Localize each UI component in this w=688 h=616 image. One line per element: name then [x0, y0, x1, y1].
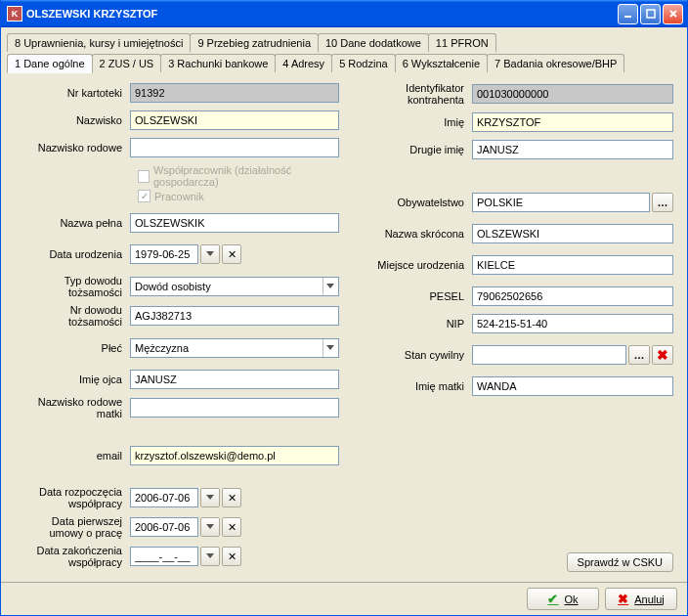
- minimize-button[interactable]: [618, 4, 638, 24]
- data-zakonczenia-picker[interactable]: [200, 547, 220, 566]
- tab-9[interactable]: 9 Przebieg zatrudnienia: [190, 33, 319, 52]
- plec-select[interactable]: Mężczyzna: [130, 338, 339, 358]
- tab-5[interactable]: 5 Rodzina: [331, 54, 396, 72]
- miejsce-urodzenia-input[interactable]: [472, 255, 673, 275]
- nip-input[interactable]: [472, 314, 673, 333]
- label-stan-cywilny: Stan cywilny: [349, 349, 472, 361]
- label-obywatelstwo: Obywatelstwo: [349, 197, 472, 208]
- data-rozpoczecia-picker[interactable]: [200, 488, 220, 507]
- data-urodzenia-clear[interactable]: ✕: [222, 244, 241, 264]
- tab-11[interactable]: 11 PFRON: [428, 33, 496, 52]
- nazwa-skrocona-input[interactable]: [472, 224, 673, 243]
- svg-rect-0: [624, 16, 631, 18]
- label-imie-ojca: Imię ojca: [15, 374, 130, 385]
- label-data-urodzenia: Data urodzenia: [15, 248, 130, 260]
- x-icon: ✖: [657, 347, 668, 363]
- maximize-button[interactable]: [640, 4, 661, 24]
- label-ident: Identyfikator kontrahenta: [349, 82, 472, 106]
- data-pierwszej-umowy-input[interactable]: [130, 517, 198, 537]
- stan-cywilny-lookup[interactable]: …: [628, 345, 650, 365]
- check-icon: ✔: [547, 592, 558, 606]
- tab-8[interactable]: 8 Uprawnienia, kursy i umiejętności: [7, 33, 191, 52]
- pesel-input[interactable]: [472, 286, 673, 306]
- tab-3[interactable]: 3 Rachunki bankowe: [160, 54, 276, 72]
- nazwa-pelna-input[interactable]: [130, 213, 339, 233]
- label-nazwisko-rodowe-matki: Nazwisko rodowe matki: [15, 396, 130, 419]
- footer: ✔ Ok ✖ Anuluj: [1, 582, 687, 615]
- label-pracownik: Pracownik: [154, 191, 204, 202]
- tab-10[interactable]: 10 Dane dodatkowe: [318, 33, 429, 52]
- close-button[interactable]: [663, 4, 683, 24]
- ident-input[interactable]: [472, 84, 673, 104]
- label-miejsce-urodzenia: Miejsce urodzenia: [349, 259, 472, 271]
- obywatelstwo-lookup[interactable]: …: [652, 193, 673, 212]
- label-plec: Płeć: [15, 342, 130, 354]
- chevron-down-icon: [322, 278, 337, 295]
- data-zakonczenia-input[interactable]: [130, 547, 198, 566]
- label-pesel: PESEL: [349, 290, 472, 302]
- label-nazwa-pelna: Nazwa pełna: [15, 217, 130, 229]
- data-rozpoczecia-input[interactable]: [130, 488, 198, 507]
- email-input[interactable]: [130, 446, 339, 465]
- label-nip: NIP: [349, 318, 472, 330]
- label-nazwa-skrocona: Nazwa skrócona: [349, 228, 472, 240]
- label-imie-matki: Imię matki: [349, 380, 472, 392]
- nazwisko-rodowe-input[interactable]: [130, 138, 339, 157]
- label-wspolpracownik: Współpracownik (działalność gospodarcza): [153, 164, 339, 188]
- label-email: email: [15, 450, 130, 462]
- anuluj-button[interactable]: ✖ Anuluj: [605, 588, 677, 610]
- pracownik-checkbox: ✓: [138, 190, 150, 202]
- label-nr-dowodu: Nr dowodu tożsamości: [15, 304, 130, 328]
- data-urodzenia-input[interactable]: [130, 244, 198, 264]
- imie-ojca-input[interactable]: [130, 370, 339, 389]
- app-icon: K: [7, 6, 22, 22]
- tab-row-bottom: 1 Dane ogólne 2 ZUS / US 3 Rachunki bank…: [7, 54, 681, 72]
- tab-row-top: 8 Uprawnienia, kursy i umiejętności 9 Pr…: [7, 33, 681, 52]
- imie-matki-input[interactable]: [472, 376, 673, 396]
- obywatelstwo-input[interactable]: [472, 193, 650, 212]
- data-zakonczenia-clear[interactable]: ✕: [222, 547, 241, 566]
- tab-4[interactable]: 4 Adresy: [275, 54, 332, 72]
- sprawdz-csku-button[interactable]: Sprawdź w CSKU: [567, 552, 673, 572]
- imie-input[interactable]: [472, 112, 673, 132]
- label-imie: Imię: [349, 116, 472, 128]
- stan-cywilny-clear[interactable]: ✖: [652, 345, 673, 365]
- label-data-zakonczenia: Data zakończenia współpracy: [15, 545, 130, 568]
- data-pierwszej-umowy-clear[interactable]: ✕: [222, 517, 241, 537]
- nr-dowodu-input[interactable]: [130, 306, 339, 326]
- nr-kartoteki-input[interactable]: [130, 83, 339, 103]
- tab-7[interactable]: 7 Badania okresowe/BHP: [487, 54, 624, 72]
- label-data-pierwszej-umowy: Data pierwszej umowy o pracę: [15, 515, 130, 539]
- x-icon: ✖: [618, 592, 628, 606]
- label-typ-dowodu: Typ dowodu tożsamości: [15, 275, 130, 298]
- tab-2[interactable]: 2 ZUS / US: [92, 54, 162, 72]
- label-nazwisko-rodowe: Nazwisko rodowe: [15, 142, 130, 154]
- label-data-rozpoczecia: Data rozpoczęcia współpracy: [15, 486, 130, 509]
- data-urodzenia-picker[interactable]: [200, 244, 220, 264]
- label-nazwisko: Nazwisko: [15, 114, 130, 126]
- tab-1[interactable]: 1 Dane ogólne: [7, 54, 93, 73]
- titlebar: K OLSZEWSKI KRZYSZTOF: [1, 0, 687, 27]
- chevron-down-icon: [322, 339, 337, 357]
- label-nr-kartoteki: Nr kartoteki: [15, 87, 130, 99]
- data-pierwszej-umowy-picker[interactable]: [200, 517, 220, 537]
- nazwisko-rodowe-matki-input[interactable]: [130, 398, 339, 418]
- svg-rect-1: [647, 10, 655, 18]
- window-title: OLSZEWSKI KRZYSZTOF: [26, 8, 618, 20]
- data-rozpoczecia-clear[interactable]: ✕: [222, 488, 241, 507]
- typ-dowodu-select[interactable]: Dowód osobisty: [130, 277, 339, 296]
- nazwisko-input[interactable]: [130, 110, 339, 130]
- ok-button[interactable]: ✔ Ok: [527, 588, 599, 610]
- stan-cywilny-input[interactable]: [472, 345, 626, 365]
- wspolpracownik-checkbox: [138, 170, 150, 183]
- window: K OLSZEWSKI KRZYSZTOF 8 Uprawnienia, kur…: [0, 0, 688, 616]
- drugie-imie-input[interactable]: [472, 140, 673, 159]
- label-drugie-imie: Drugie imię: [349, 144, 472, 155]
- tab-6[interactable]: 6 Wykształcenie: [395, 54, 488, 72]
